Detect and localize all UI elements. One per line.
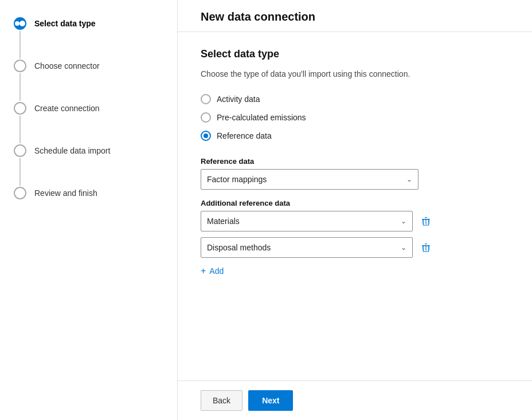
reference-data-dropdown-wrapper: Factor mappings ⌄ [201, 169, 509, 190]
materials-dropdown-value: Materials [207, 217, 240, 226]
next-button[interactable]: Next [248, 390, 293, 411]
step-item-3: Create connection [14, 102, 163, 144]
step-circle-2 [14, 60, 26, 72]
svg-rect-4 [425, 219, 426, 225]
svg-rect-9 [425, 246, 426, 251]
sidebar: Select data type Choose connector Create… [0, 0, 178, 420]
step-label-2: Choose connector [34, 60, 100, 72]
main-panel: New data connection Select data type Cho… [178, 0, 532, 420]
step-item-5: Review and finish [14, 187, 163, 199]
delete-disposal-button[interactable] [417, 239, 435, 256]
radio-label-activity: Activity data [217, 95, 260, 104]
footer: Back Next [178, 380, 532, 420]
back-button[interactable]: Back [201, 390, 242, 411]
main-body: Select data type Choose the type of data… [178, 32, 532, 380]
step-circle-3 [14, 102, 26, 115]
reference-data-label: Reference data [201, 157, 509, 166]
step-line-3 [19, 116, 21, 143]
step-label-3: Create connection [34, 102, 100, 115]
radio-circle-reference [201, 131, 211, 141]
trash-icon-disposal [421, 242, 431, 253]
trash-icon-materials [421, 216, 431, 226]
chevron-down-icon: ⌄ [406, 175, 412, 183]
step-line-4 [19, 158, 21, 186]
step-circle-5 [14, 187, 26, 199]
plus-icon: + [201, 266, 206, 276]
radio-precalculated[interactable]: Pre-calculated emissions [201, 112, 509, 123]
page-title: New data connection [201, 10, 509, 23]
step-line-1 [19, 31, 21, 58]
radio-circle-activity [201, 94, 211, 104]
materials-dropdown-wrapper: Materials ⌄ [201, 211, 509, 231]
radio-inner-reference [204, 134, 208, 138]
step-item-4: Schedule data import [14, 144, 163, 187]
radio-circle-precalculated [201, 112, 211, 123]
section-title: Select data type [201, 48, 509, 60]
step-item-2: Choose connector [14, 60, 163, 102]
radio-reference-data[interactable]: Reference data [201, 131, 509, 141]
materials-dropdown[interactable]: Materials ⌄ [201, 211, 413, 231]
add-button[interactable]: + Add [201, 264, 224, 278]
additional-reference-label: Additional reference data [201, 199, 509, 207]
disposal-dropdown[interactable]: Disposal methods ⌄ [201, 237, 413, 258]
add-label: Add [209, 266, 224, 276]
step-item-1: Select data type [14, 17, 163, 60]
step-circle-4 [14, 144, 26, 157]
disposal-dropdown-value: Disposal methods [207, 243, 271, 252]
chevron-down-icon-disposal: ⌄ [401, 244, 406, 252]
additional-reference-section: Additional reference data Materials ⌄ [201, 199, 509, 278]
reference-data-dropdown[interactable]: Factor mappings ⌄ [201, 169, 418, 190]
main-header: New data connection [178, 0, 532, 32]
radio-group: Activity data Pre-calculated emissions R… [201, 94, 509, 141]
radio-label-reference: Reference data [217, 131, 272, 140]
step-label-5: Review and finish [34, 187, 97, 199]
chevron-down-icon-materials: ⌄ [401, 217, 406, 225]
delete-materials-button[interactable] [417, 213, 435, 230]
radio-label-precalculated: Pre-calculated emissions [217, 113, 306, 122]
svg-rect-6 [425, 244, 427, 244]
svg-rect-1 [425, 217, 427, 218]
reference-data-dropdown-value: Factor mappings [207, 175, 267, 184]
disposal-dropdown-wrapper: Disposal methods ⌄ [201, 237, 509, 258]
step-circle-1 [14, 17, 26, 30]
step-label-4: Schedule data import [34, 144, 110, 157]
step-line-2 [19, 73, 21, 101]
radio-activity-data[interactable]: Activity data [201, 94, 509, 104]
reference-data-section: Reference data Factor mappings ⌄ [201, 157, 509, 190]
step-label-1: Select data type [34, 17, 96, 30]
description: Choose the type of data you'll import us… [201, 68, 441, 80]
